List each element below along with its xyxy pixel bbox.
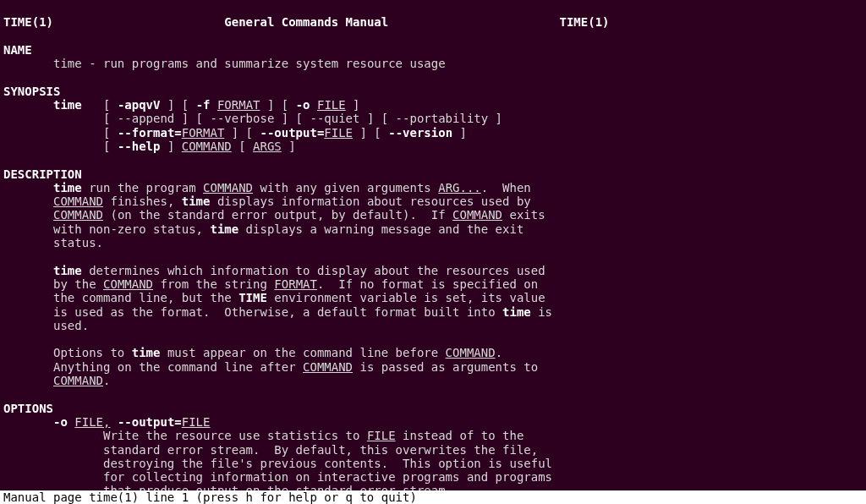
section-synopsis: SYNOPSIS: [3, 85, 60, 98]
opt-file-1: FILE,: [74, 415, 110, 429]
desc3-cmd-3: COMMAND: [53, 374, 103, 387]
header-center: General Commands Manual: [224, 15, 388, 29]
desc2-s2: by the: [53, 277, 103, 291]
synopsis-cmd: time: [53, 98, 82, 112]
desc-s2: with any given arguments: [253, 181, 438, 194]
man-page-screen[interactable]: TIME(1) General Commands Manual TIME(1) …: [0, 0, 866, 498]
desc-cmd-1: COMMAND: [203, 181, 253, 194]
opt-o-flag: -o: [53, 415, 68, 429]
header-right: TIME(1): [559, 15, 609, 29]
desc-s1: run the program: [82, 181, 203, 194]
desc-s5: displays information about resources use…: [210, 194, 530, 208]
desc2-time-env: TIME: [238, 291, 267, 304]
syn-l1-b: ] [: [160, 98, 195, 112]
opt-file-u: FILE: [367, 429, 396, 442]
opt-d3: destroying the file's previous contents.…: [103, 457, 552, 470]
desc-s4: finishes,: [103, 194, 182, 208]
syn-fmt-arg: FORMAT: [182, 126, 225, 140]
syn-args: ARGS: [253, 140, 282, 153]
syn-format: FORMAT: [217, 98, 260, 112]
desc3-s1: Options to: [53, 346, 132, 359]
syn-l1-e: [310, 98, 317, 112]
desc2-s4: . If no format is specified on: [317, 277, 538, 291]
section-description: DESCRIPTION: [3, 167, 82, 181]
syn-l1-g: ]: [346, 98, 360, 112]
syn-l4-a: [: [103, 140, 118, 153]
desc3-s3: .: [496, 346, 502, 359]
opt-d2: standard error stream. By default, this …: [103, 443, 538, 457]
syn-command: COMMAND: [182, 140, 232, 153]
desc2-s5: the command line, but the: [53, 291, 238, 304]
desc-time-3: time: [210, 222, 238, 236]
desc2-format: FORMAT: [274, 277, 317, 291]
desc2-s7: is used as the format. Otherwise, a defa…: [53, 305, 502, 319]
syn-out-flag: --output=: [260, 126, 324, 140]
desc3-s2: must appear on the command line before: [160, 346, 445, 359]
syn-l4-d: ]: [282, 140, 296, 153]
syn-help: --help: [118, 140, 161, 153]
desc3-s6: .: [103, 374, 110, 387]
syn-flags: -apqvV: [118, 98, 161, 112]
syn-version: --version: [388, 126, 452, 140]
desc-time-2: time: [182, 194, 211, 208]
desc-s10: status.: [53, 236, 103, 249]
desc-time-1: time: [53, 181, 82, 194]
desc3-time: time: [132, 346, 161, 359]
desc3-s5: is passed as arguments to: [353, 360, 538, 374]
desc2-s9: used.: [53, 319, 89, 332]
desc3-s4: Anything on the command line after: [53, 360, 303, 374]
desc2-time-2: time: [502, 305, 531, 319]
syn-l3-b: ] [: [224, 126, 260, 140]
section-name: NAME: [3, 43, 32, 57]
desc3-cmd-2: COMMAND: [303, 360, 353, 374]
syn-l3-d: ]: [452, 126, 467, 140]
syn-fmt-flag: --format=: [118, 126, 182, 140]
syn-o: -o: [296, 98, 310, 112]
opt-d1b: instead of to the: [396, 429, 524, 442]
desc-s3: . When: [481, 181, 531, 194]
desc-s7: exits: [502, 208, 545, 222]
opt-file-2: FILE: [182, 415, 211, 429]
desc-cmd-2: COMMAND: [53, 194, 103, 208]
status-bar: Manual page time(1) line 1 (press h for …: [0, 490, 866, 504]
syn-f: -f: [196, 98, 211, 112]
header-left: TIME(1): [3, 15, 53, 29]
desc-s6: (on the standard error output, by defaul…: [103, 208, 452, 222]
desc2-s3: from the string: [153, 277, 274, 291]
syn-l4-b: ]: [160, 140, 181, 153]
syn-l2: [ --append ] [ --verbose ] [ --quiet ] […: [103, 112, 502, 125]
desc-s8: with non-zero status,: [53, 222, 210, 236]
desc-arg: ARG...: [438, 181, 481, 194]
syn-l4-c: [: [232, 140, 253, 153]
syn-l3-a: [: [103, 126, 118, 140]
opt-d1: Write the resource use statistics to: [103, 429, 367, 442]
syn-l1-d: ] [: [260, 98, 296, 112]
syn-file: FILE: [317, 98, 346, 112]
desc-s9: displays a warning message and the exit: [238, 222, 523, 236]
syn-l1-a: [: [82, 98, 118, 112]
opt-output-flag: --output=: [118, 415, 182, 429]
syn-out-arg: FILE: [324, 126, 353, 140]
desc2-time: time: [53, 264, 82, 277]
desc2-cmd: COMMAND: [103, 277, 153, 291]
section-options: OPTIONS: [3, 402, 53, 415]
desc-cmd-4: COMMAND: [452, 208, 502, 222]
opt-sp2: [110, 415, 117, 429]
desc2-s1: determines which information to display …: [82, 264, 545, 277]
opt-d4: for collecting information on interactiv…: [103, 470, 552, 484]
desc2-s6: environment variable is set, its value: [267, 291, 545, 304]
syn-l3-c: ] [: [353, 126, 388, 140]
desc3-cmd-1: COMMAND: [446, 346, 496, 359]
desc2-s8: is: [531, 305, 552, 319]
syn-l1-c: [210, 98, 216, 112]
name-line: time - run programs and summarize system…: [53, 57, 446, 70]
desc-cmd-3: COMMAND: [53, 208, 103, 222]
